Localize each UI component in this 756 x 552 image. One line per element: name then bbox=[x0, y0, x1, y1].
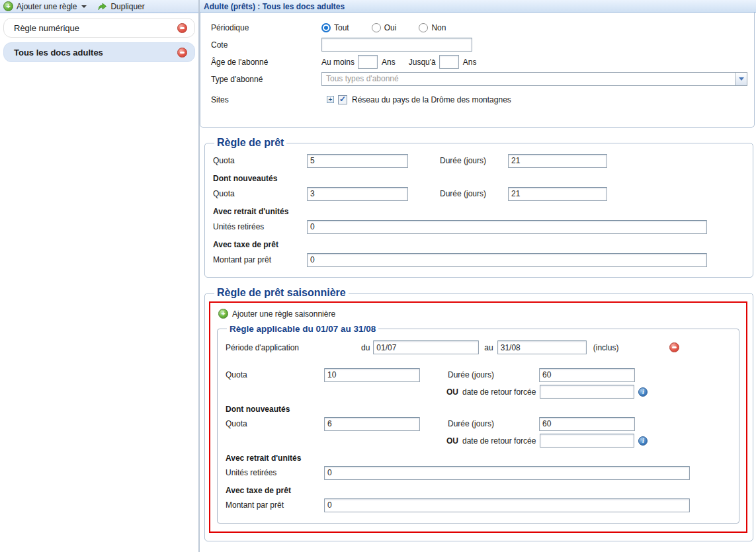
loan-rule-fieldset: Règle de prêt Quota Durée (jours) Dont n… bbox=[204, 137, 753, 278]
duplicate-icon bbox=[97, 1, 107, 11]
form-row-quota: Quota Durée (jours) bbox=[213, 153, 742, 168]
duration-label: Durée (jours) bbox=[448, 370, 539, 379]
forced-return-label: date de retour forcée bbox=[462, 436, 536, 446]
applicable-rule-fieldset: Règle applicable du 01/07 au 31/08 Pério… bbox=[217, 324, 739, 524]
radio-label: Oui bbox=[384, 23, 397, 32]
cote-label: Cote bbox=[211, 40, 321, 50]
age-max-input[interactable] bbox=[439, 55, 459, 69]
form-row-cote: Cote bbox=[211, 38, 747, 52]
tax-heading: Avec taxe de prêt bbox=[213, 240, 742, 249]
novelty-heading: Dont nouveautés bbox=[226, 405, 731, 414]
novelty-quota-input[interactable] bbox=[307, 187, 408, 201]
add-rule-label: Ajouter une règle bbox=[17, 2, 77, 11]
loan-rule-legend: Règle de prêt bbox=[214, 137, 286, 149]
units-heading: Avec retrait d'unités bbox=[226, 453, 731, 463]
novelty-duration-input[interactable] bbox=[508, 187, 607, 201]
quota-label: Quota bbox=[226, 419, 324, 428]
type-abonne-select[interactable]: Tous types d'abonné bbox=[321, 72, 747, 86]
tax-label: Montant par prêt bbox=[213, 255, 307, 264]
form-row-age: Âge de l'abonné Au moins Ans Jusqu'à Ans bbox=[211, 55, 747, 69]
sidebar: Ajouter une règle Dupliquer Règle numéri… bbox=[0, 0, 200, 552]
quota-label: Quota bbox=[213, 156, 307, 165]
form-row-forced-return-2: OU date de retour forcée bbox=[446, 434, 731, 448]
seasonal-novelty-quota-input[interactable] bbox=[324, 417, 420, 431]
delete-seasonal-rule-icon[interactable] bbox=[669, 342, 679, 352]
form-row-tax: Montant par prêt bbox=[213, 253, 742, 267]
tree-expand-icon[interactable] bbox=[327, 96, 334, 103]
seasonal-duration-input[interactable] bbox=[539, 368, 635, 382]
quota-input[interactable] bbox=[307, 154, 408, 168]
delete-rule-icon[interactable] bbox=[177, 48, 187, 58]
age-max-unit: Ans bbox=[463, 58, 477, 67]
info-icon[interactable] bbox=[638, 436, 648, 446]
rule-list-item-tous-les-docs-adultes[interactable]: Tous les docs adultes bbox=[3, 42, 195, 62]
period-to-label: au bbox=[484, 343, 493, 352]
units-input[interactable] bbox=[307, 220, 707, 234]
form-row-seasonal-units: Unités retirées bbox=[226, 465, 731, 480]
site-node-label: Réseau du pays de la Drôme des montagnes bbox=[352, 95, 511, 104]
period-from-input[interactable] bbox=[373, 340, 479, 354]
add-icon bbox=[3, 1, 13, 11]
duration-input[interactable] bbox=[508, 154, 607, 168]
app-window: Ajouter une règle Dupliquer Règle numéri… bbox=[0, 0, 756, 552]
duplicate-button[interactable]: Dupliquer bbox=[97, 1, 144, 11]
info-icon[interactable] bbox=[638, 387, 648, 397]
applicable-rule-legend: Règle applicable du 01/07 au 31/08 bbox=[227, 324, 378, 334]
delete-rule-icon[interactable] bbox=[177, 23, 187, 33]
add-seasonal-rule-button[interactable]: Ajouter une règle saisonnière bbox=[218, 309, 739, 319]
select-chevron-down-icon[interactable] bbox=[735, 73, 747, 85]
periodique-label: Périodique bbox=[211, 23, 321, 32]
form-row-type-abonne: Type d'abonné Tous types d'abonné bbox=[211, 72, 747, 86]
tax-label: Montant par prêt bbox=[226, 500, 324, 510]
radio-periodique-oui[interactable]: Oui bbox=[372, 23, 397, 32]
duration-label: Durée (jours) bbox=[440, 189, 508, 198]
sites-tree: Réseau du pays de la Drôme des montagnes bbox=[327, 95, 511, 104]
radio-icon bbox=[372, 23, 381, 32]
duplicate-label: Dupliquer bbox=[110, 2, 144, 11]
site-checkbox-checked[interactable] bbox=[338, 95, 347, 104]
units-heading: Avec retrait d'unités bbox=[213, 207, 742, 216]
rule-item-label: Règle numérique bbox=[14, 23, 79, 33]
duration-label: Durée (jours) bbox=[440, 156, 508, 165]
add-seasonal-rule-label: Ajouter une règle saisonnière bbox=[232, 309, 335, 319]
seasonal-rule-legend: Règle de prêt saisonnière bbox=[214, 287, 349, 299]
radio-periodique-non[interactable]: Non bbox=[419, 23, 446, 32]
seasonal-tax-input[interactable] bbox=[324, 498, 690, 512]
period-label: Période d'application bbox=[226, 343, 361, 352]
seasonal-quota-input[interactable] bbox=[324, 368, 420, 382]
age-max-label: Jusqu'à bbox=[409, 58, 436, 67]
cote-input[interactable] bbox=[321, 38, 472, 52]
forced-return-input-1[interactable] bbox=[540, 385, 634, 399]
radio-label: Tout bbox=[334, 23, 349, 32]
units-label: Unités retirées bbox=[213, 222, 307, 231]
radio-periodique-tout[interactable]: Tout bbox=[321, 23, 349, 32]
seasonal-units-input[interactable] bbox=[324, 466, 690, 480]
quota-label: Quota bbox=[213, 189, 307, 198]
seasonal-rule-fieldset: Règle de prêt saisonnière Ajouter une rè… bbox=[204, 287, 753, 541]
rule-list-item-numerique[interactable]: Règle numérique bbox=[3, 18, 195, 38]
form-row-novelty-quota: Quota Durée (jours) bbox=[213, 186, 742, 201]
tax-input[interactable] bbox=[307, 253, 707, 267]
forced-return-input-2[interactable] bbox=[540, 434, 634, 448]
seasonal-novelty-duration-input[interactable] bbox=[539, 417, 635, 431]
quota-label: Quota bbox=[226, 370, 324, 379]
period-from-label: du bbox=[361, 343, 370, 352]
form-row-seasonal-quota: Quota Durée (jours) bbox=[226, 368, 731, 382]
form-row-units: Unités retirées bbox=[213, 219, 742, 234]
form-row-period: Période d'application du au (inclus) bbox=[226, 340, 731, 354]
seasonal-highlight-box: Ajouter une règle saisonnière Règle appl… bbox=[209, 301, 747, 533]
form-row-forced-return-1: OU date de retour forcée bbox=[446, 385, 731, 399]
or-label: OU bbox=[446, 436, 458, 446]
period-to-input[interactable] bbox=[497, 340, 587, 354]
age-min-input[interactable] bbox=[358, 55, 378, 69]
age-min-unit: Ans bbox=[382, 58, 396, 67]
periodique-radio-group: Tout Oui Non bbox=[321, 23, 446, 32]
rule-list: Règle numérique Tous les docs adultes bbox=[0, 13, 198, 67]
duration-label: Durée (jours) bbox=[448, 419, 539, 428]
main-panel: Adulte (prêts) : Tous les docs adultes P… bbox=[200, 0, 756, 552]
period-inclusive-label: (inclus) bbox=[593, 343, 619, 352]
radio-icon bbox=[321, 23, 331, 32]
add-icon bbox=[218, 309, 228, 319]
add-rule-button[interactable]: Ajouter une règle bbox=[3, 1, 87, 11]
age-label: Âge de l'abonné bbox=[211, 58, 321, 67]
